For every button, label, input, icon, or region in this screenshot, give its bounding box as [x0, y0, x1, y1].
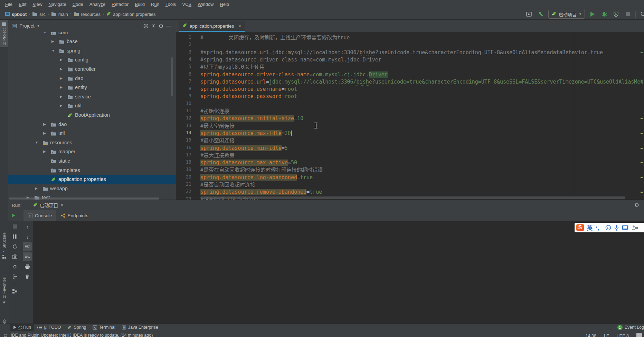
- restart-icon[interactable]: [10, 242, 19, 251]
- chevron-right-icon[interactable]: ▶: [43, 150, 46, 153]
- editor-code-line[interactable]: #是否自动回收超时连接: [200, 181, 644, 189]
- menu-file[interactable]: File: [2, 1, 16, 8]
- editor-code-line[interactable]: # 关闭缓存，及时刷新，上线生产环境需要修改为true: [200, 34, 644, 41]
- ime-language-mode[interactable]: 英: [587, 223, 593, 232]
- tab-console[interactable]: Console: [23, 210, 56, 221]
- editor-code-line[interactable]: spring.datasource.initial-size=10: [200, 115, 644, 122]
- menu-build[interactable]: Build: [132, 1, 148, 8]
- menu-navigate[interactable]: Navigate: [45, 1, 69, 8]
- toolwindow-button-java-enterprise[interactable]: Java Enterprise: [119, 324, 161, 331]
- breadcrumb-item-src[interactable]: src: [31, 11, 47, 18]
- tree-item-config[interactable]: ▶config: [8, 56, 176, 65]
- tree-item-dao[interactable]: ▶dao: [8, 120, 176, 129]
- run-button[interactable]: [588, 10, 597, 18]
- breadcrumb-item-spboot[interactable]: spboot: [3, 11, 28, 18]
- build-hammer-icon[interactable]: [537, 10, 545, 18]
- debug-button[interactable]: [600, 10, 608, 18]
- run-with-coverage-button[interactable]: [612, 10, 620, 18]
- sogou-logo-icon[interactable]: S: [576, 224, 584, 231]
- down-arrow-icon[interactable]: ↓: [23, 232, 32, 241]
- toolwindow-button-terminal[interactable]: Terminal: [89, 324, 119, 331]
- tree-item-util[interactable]: ▶util: [8, 102, 176, 111]
- tree-item-application-properties[interactable]: application.properties: [8, 175, 176, 184]
- editor-code-line[interactable]: spring.datasource.url=jdbc:mysql://local…: [200, 78, 644, 86]
- ime-toolbar[interactable]: S 英 ’，: [575, 223, 644, 232]
- error-stripe-mark[interactable]: [641, 118, 643, 119]
- scroll-to-end-icon[interactable]: [23, 252, 32, 261]
- chevron-right-icon[interactable]: ▶: [60, 104, 63, 107]
- menu-analyze[interactable]: Analyze: [86, 1, 108, 8]
- hide-panel-icon[interactable]: —: [165, 22, 172, 30]
- project-view-select[interactable]: Project ▼: [12, 23, 40, 29]
- chevron-down-icon[interactable]: ▼: [51, 49, 55, 52]
- console-output[interactable]: [34, 221, 644, 324]
- run-tab[interactable]: 启动项目 ✕: [29, 200, 67, 210]
- error-stripe-mark[interactable]: [641, 148, 643, 149]
- close-icon[interactable]: ✕: [60, 203, 64, 208]
- tree-item-service[interactable]: ▶service: [8, 93, 176, 102]
- chevron-right-icon[interactable]: ▶: [60, 85, 63, 89]
- emoji-icon[interactable]: [605, 225, 611, 231]
- menu-help[interactable]: Help: [217, 1, 232, 8]
- chevron-right-icon[interactable]: ▶: [51, 39, 54, 43]
- editor-code-line[interactable]: #是否在自动回收超时连接的时候打印连接的超时错误: [200, 166, 644, 174]
- tree-item-static[interactable]: static: [8, 157, 176, 166]
- gear-icon[interactable]: ⚙: [635, 202, 644, 208]
- run-configuration-select[interactable]: 启动项目 ▼: [548, 10, 585, 19]
- status-right-widgets[interactable]: 14:38LFUTF-8: [586, 334, 629, 337]
- error-stripe-mark[interactable]: [641, 81, 643, 83]
- menu-run[interactable]: Run: [148, 1, 162, 8]
- tree-item-controller[interactable]: ▶controller: [8, 65, 176, 74]
- punctuation-icon[interactable]: ’，: [596, 224, 602, 231]
- tree-item-spring[interactable]: ▼spring: [8, 47, 176, 56]
- error-stripe-mark[interactable]: [641, 52, 643, 53]
- menu-edit[interactable]: Edit: [16, 1, 29, 8]
- chevron-right-icon[interactable]: ▶: [60, 67, 63, 71]
- tree-item-base[interactable]: ▶base: [8, 37, 176, 47]
- editor-code-line[interactable]: #spring.datasource.driver-class-name=com…: [200, 56, 644, 64]
- ime-profile-icon[interactable]: [632, 225, 638, 231]
- chevron-right-icon[interactable]: ▶: [43, 122, 46, 126]
- error-stripe-mark[interactable]: [641, 192, 643, 193]
- editor-code-line[interactable]: #初始化连接: [200, 108, 644, 115]
- chevron-down-icon[interactable]: ▼: [35, 141, 38, 144]
- tree-item-mapper[interactable]: ▶mapper: [8, 147, 176, 157]
- editor-horizontal-scrollbar[interactable]: [200, 196, 625, 199]
- tree-item-dao[interactable]: ▶dao: [8, 74, 176, 84]
- toolwindow-button-4-run[interactable]: 4: Run: [10, 324, 34, 331]
- editor-code-line[interactable]: spring.datasource.log-abandoned=true: [200, 174, 644, 181]
- editor-code-line[interactable]: spring.datasource.driver-class-name=com.…: [200, 71, 644, 78]
- gear-icon[interactable]: ⚙: [157, 22, 165, 30]
- stop-button[interactable]: [624, 10, 632, 18]
- menu-code[interactable]: Code: [69, 1, 86, 8]
- thread-dump-icon[interactable]: [10, 252, 19, 261]
- menu-tools[interactable]: Tools: [162, 1, 179, 8]
- status-widget-utf-8[interactable]: UTF-8: [617, 334, 629, 337]
- search-everywhere-icon[interactable]: [639, 10, 644, 18]
- keyboard-icon[interactable]: [622, 225, 628, 230]
- preview-window-icon[interactable]: [525, 10, 533, 18]
- tree-vertical-scrollbar[interactable]: [171, 57, 173, 96]
- close-icon[interactable]: ✕: [238, 23, 242, 29]
- restore-layout-icon[interactable]: [10, 287, 19, 296]
- sidebar-item-project[interactable]: 1: Project: [0, 20, 8, 47]
- menu-view[interactable]: View: [29, 1, 45, 8]
- menu-refactor[interactable]: Refactor: [108, 1, 132, 8]
- print-icon[interactable]: [23, 262, 32, 271]
- tree-item-resources[interactable]: ▼resources: [8, 138, 176, 148]
- tree-item-webapp[interactable]: ▶webapp: [8, 184, 176, 194]
- exit-icon[interactable]: [10, 272, 19, 281]
- tree-item-util[interactable]: ▶util: [8, 129, 176, 138]
- tree-item-bootapplication[interactable]: BootApplication: [8, 111, 176, 120]
- editor-code-line[interactable]: #最小空闲连接: [200, 137, 644, 144]
- editor-code-line[interactable]: #spring.datasource.url=jdbc:mysql://loca…: [200, 49, 644, 56]
- status-message[interactable]: IDE and Plugin Updates: IntelliJ IDEA is…: [11, 333, 153, 337]
- editor-code-line[interactable]: spring.datasource.max-idle=20: [200, 130, 644, 137]
- toolwindow-button-6-todo[interactable]: 6: TODO: [34, 324, 64, 331]
- editor-code-line[interactable]: spring.datasource.username=root: [200, 86, 644, 93]
- event-log-button[interactable]: 1 Event Log: [617, 325, 644, 330]
- sidebar-item-favorites[interactable]: 2: Favorites ★: [0, 275, 8, 307]
- tree-item-templates[interactable]: templates: [8, 166, 176, 175]
- stop-icon[interactable]: [10, 222, 19, 231]
- pause-output-icon[interactable]: [10, 232, 19, 241]
